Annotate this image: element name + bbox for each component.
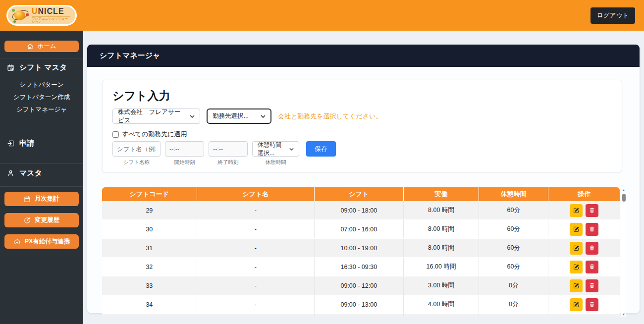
delete-button[interactable] <box>586 261 598 273</box>
col-header-shift-name: シフト名 <box>197 187 314 201</box>
cloud-upload-icon <box>13 238 21 245</box>
clock-history-icon <box>24 217 31 224</box>
sidebar-item-shift-pattern[interactable]: シフトパターン <box>0 79 83 91</box>
field-label: 開始時刻 <box>174 159 195 166</box>
table-row: 31 - 10:00 - 19:00 8.00 時間 60分 <box>102 239 620 258</box>
scrollbar-up-arrow[interactable]: ▲ <box>621 187 626 192</box>
sidebar-section-master[interactable]: マスタ <box>0 164 83 182</box>
sidebar-item-change-history[interactable]: 変更履歴 <box>4 213 79 227</box>
cell-actual: 8.00 時間 <box>403 201 479 220</box>
cell-shift <box>314 314 403 317</box>
sidebar: ホーム シフト マスタ シフトパターン シフトパターン作成 シフトマネージャ <box>0 31 83 324</box>
col-header-shift-code: シフトコード <box>102 187 197 201</box>
cell-actions <box>548 258 620 276</box>
cell-shift-name: - <box>197 239 314 258</box>
cell-actual: 16.00 時間 <box>403 258 479 276</box>
edit-button[interactable] <box>570 279 583 292</box>
shift-table: シフトコード シフト名 シフト 実働 休憩時間 操作 29 - <box>102 187 620 317</box>
cell-shift-code: 34 <box>102 295 197 314</box>
tool-button-label: 変更履歴 <box>35 216 59 224</box>
cell-shift: 09:00 - 18:00 <box>314 201 403 220</box>
logo-subtitle: フレアユニクルソリューション <box>32 16 70 24</box>
break-time-select-value: 休憩時間選択... <box>258 141 285 158</box>
end-time-input[interactable] <box>209 141 248 157</box>
tool-button-label: PX有給付与連携 <box>25 237 70 246</box>
cell-break: 0分 <box>479 295 548 314</box>
apply-all-checkbox[interactable] <box>112 131 119 138</box>
sidebar-item-monthly-summary[interactable]: 月次集計 <box>4 192 79 206</box>
cell-break: 0分 <box>479 276 548 295</box>
cell-shift: 16:30 - 09:30 <box>314 258 403 276</box>
sidebar-section-label: シフト マスタ <box>19 63 67 72</box>
cell-shift: 09:00 - 13:00 <box>314 295 403 314</box>
edit-button[interactable] <box>570 223 583 236</box>
apply-all-label: すべての勤務先に適用 <box>122 130 187 139</box>
form-title: シフト入力 <box>112 88 612 104</box>
sidebar-item-label: ホーム <box>37 42 56 51</box>
break-time-select[interactable]: 休憩時間選択... <box>252 141 299 157</box>
workplace-select-value: 勤務先選択... <box>213 112 249 120</box>
cell-shift-code: 31 <box>102 239 197 258</box>
sidebar-item-shift-pattern-create[interactable]: シフトパターン作成 <box>0 91 83 104</box>
workplace-select[interactable]: 勤務先選択... <box>207 108 271 124</box>
cell-shift-code <box>102 314 197 317</box>
scrollbar-thumb[interactable] <box>622 194 626 202</box>
col-header-actions: 操作 <box>548 187 620 201</box>
calendar-clock-icon <box>7 64 14 71</box>
sidebar-item-px-paid-leave-link[interactable]: PX有給付与連携 <box>4 234 79 249</box>
scrollbar-down-arrow[interactable]: ▼ <box>621 312 626 317</box>
cell-shift-name: - <box>197 201 314 220</box>
sidebar-section-shift-master[interactable]: シフト マスタ <box>0 58 83 77</box>
calendar-icon <box>24 196 31 203</box>
company-select-value: 株式会社 フレアサービス <box>118 108 186 125</box>
sidebar-item-shift-manager[interactable]: シフトマネージャ <box>0 104 83 116</box>
cell-actual: 4.00 時間 <box>403 295 479 314</box>
save-button[interactable]: 保存 <box>306 141 336 157</box>
delete-button[interactable] <box>586 279 598 292</box>
shift-master-submenu: シフトパターン シフトパターン作成 シフトマネージャ <box>0 77 83 123</box>
cell-actions <box>548 276 620 295</box>
delete-button[interactable] <box>586 242 598 255</box>
cell-actual: 8.00 時間 <box>403 239 479 258</box>
start-time-input[interactable] <box>165 141 204 157</box>
sidebar-item-home[interactable]: ホーム <box>4 41 79 52</box>
edit-button[interactable] <box>570 242 583 255</box>
table-header-row: シフトコード シフト名 シフト 実働 休憩時間 操作 <box>102 187 620 201</box>
top-bar: UNICLE フレアユニクルソリューション ログアウト <box>0 0 644 31</box>
cell-actions <box>548 239 620 258</box>
page-title: シフトマネージャ <box>100 51 160 60</box>
shift-table-scroll[interactable]: シフトコード シフト名 シフト 実働 休憩時間 操作 29 - <box>102 187 620 317</box>
cell-shift: 10:00 - 19:00 <box>314 239 403 258</box>
cell-actual: 8.00 時間 <box>403 220 479 239</box>
content-panel: シフトマネージャ シフト入力 株式会社 フレアサービス 勤務先選択... <box>87 45 640 313</box>
cell-actual <box>403 314 479 317</box>
cell-actual: 3.00 時間 <box>403 276 479 295</box>
delete-button[interactable] <box>586 298 598 311</box>
edit-button[interactable] <box>570 204 583 217</box>
cell-shift-name: - <box>197 276 314 295</box>
cell-shift-name: - <box>197 220 314 239</box>
cell-break <box>479 314 548 317</box>
table-row: 32 - 16:30 - 09:30 16.00 時間 60分 <box>102 258 620 276</box>
col-header-shift: シフト <box>314 187 403 201</box>
cell-break: 60分 <box>479 201 548 220</box>
col-header-break: 休憩時間 <box>479 187 548 201</box>
cell-break: 60分 <box>479 239 548 258</box>
company-select[interactable]: 株式会社 フレアサービス <box>112 108 200 124</box>
shift-table-area: シフトコード シフト名 シフト 実働 休憩時間 操作 29 - <box>102 187 626 317</box>
chevron-down-icon <box>289 148 294 151</box>
shift-name-input[interactable] <box>112 141 161 157</box>
table-scrollbar[interactable]: ▲ ▼ <box>621 187 626 317</box>
logout-button[interactable]: ログアウト <box>590 7 635 24</box>
cell-actions <box>548 201 620 220</box>
delete-button[interactable] <box>586 223 598 236</box>
logo-title: UNICLE <box>32 7 70 15</box>
home-icon <box>27 43 34 50</box>
cell-actions <box>548 220 620 239</box>
edit-button[interactable] <box>570 298 583 311</box>
delete-button[interactable] <box>586 204 598 217</box>
box-arrow-in-icon <box>7 140 14 147</box>
edit-button[interactable] <box>570 261 583 273</box>
sidebar-section-application[interactable]: 申請 <box>0 134 83 153</box>
cell-break: 60分 <box>479 258 548 276</box>
